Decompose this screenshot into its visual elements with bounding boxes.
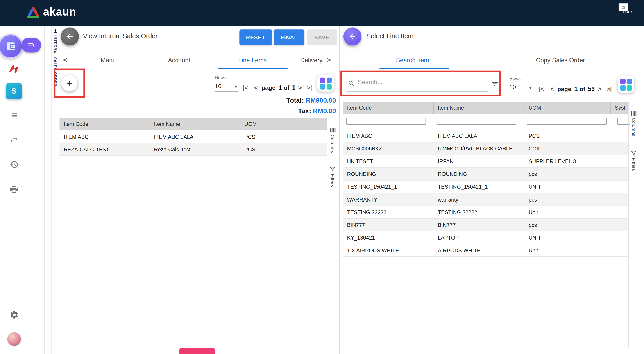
total-pages-number: 53 [588,85,595,93]
table-right-divider [628,102,629,347]
current-page-number: 1 [574,85,578,93]
first-page-icon[interactable]: |< [539,86,544,92]
table-row[interactable]: KY_130421 LAPTOP UNIT [343,231,628,244]
bottom-action-button-partial[interactable] [180,348,215,354]
table-row[interactable]: WARRANTY warranty pcs [343,193,628,206]
of-word: of [284,85,289,91]
tax-amount-line: Tax: RM0.00 [298,108,336,115]
chevron-down-icon: ▼ [528,85,532,90]
rows-per-page-select[interactable]: 10 ▼ [509,84,532,92]
tab-account[interactable]: Account [168,57,190,64]
filters-tool-button[interactable]: Filters [631,158,636,171]
print-menu-button[interactable] [9,184,19,194]
tab-copy-sales-order[interactable]: Copy Sales Order [536,57,585,64]
table-row[interactable]: REZA-CALC-TEST Reza-Calc-Test PCS [60,143,326,156]
profile-avatar[interactable] [8,332,21,346]
filters-tool-button[interactable]: Filters [330,174,335,187]
current-page-number: 1 [278,84,282,92]
filter-funnel-icon [330,167,336,173]
transfer-menu-button[interactable] [9,135,19,145]
first-page-icon[interactable]: |< [243,85,248,91]
cell-item-name: 6 MM² CU/PVC BLACK CABLE ... [434,146,524,152]
tab-line-items[interactable]: Line Items [238,57,266,64]
back-button[interactable] [344,27,362,45]
filter-input-item-code[interactable] [346,118,426,125]
column-header-item-code[interactable]: Item Code [60,118,150,131]
menu-open-icon [27,41,36,50]
cell-uom: UNIT [524,234,611,240]
next-page-icon[interactable]: > [598,86,602,92]
column-header-uom[interactable]: UOM [524,102,611,114]
table-row[interactable]: TESTING_150421_1 TESTING_150421_1 UNIT [343,180,628,193]
next-page-icon[interactable]: > [298,85,302,91]
red-app-shortcut[interactable] [6,63,20,76]
table-row[interactable]: BIN777 BIN777 pcs [343,219,628,231]
save-button[interactable]: SAVE [307,29,337,45]
rows-label: Rows [509,76,520,81]
menu-open-button[interactable] [22,38,41,53]
history-icon [10,160,18,169]
table-settings-button[interactable] [318,75,334,92]
history-menu-button[interactable] [9,160,19,170]
list-menu-button[interactable] [9,110,19,120]
settings-button[interactable] [9,310,19,320]
cell-item-name: ITEM ABC LALA [434,133,524,139]
grid-icon-tr [326,77,332,83]
table-row[interactable]: 1 X AIRPODS WHITE AIRPODS WHITE Unit [343,244,628,257]
column-header-item-name[interactable]: Item Name [434,102,524,114]
last-page-icon[interactable]: >| [307,85,312,91]
table-row[interactable]: TESTING 22222 TESTING 22222 Unit [343,206,628,219]
table-row[interactable]: ROUNDING ROUNDING pcs [343,168,628,180]
prev-page-icon[interactable]: < [254,85,258,91]
billing-app-shortcut[interactable]: $ [6,83,22,99]
filter-input-item-name[interactable] [436,118,516,125]
table-bottom-divider [60,347,326,347]
filter-list-icon[interactable] [491,80,499,88]
cell-item-name: LAPTOP [434,234,524,240]
total-label: Total: [286,97,304,104]
columns-tool-button[interactable]: Columns [631,118,636,136]
filter-input-uom[interactable] [527,118,606,125]
prev-page-icon[interactable]: < [550,86,554,92]
swap-icon [10,135,18,144]
table-row[interactable]: MCSC006BKZ 6 MM² CU/PVC BLACK CABLE ... … [343,142,628,155]
search-input[interactable] [357,78,482,86]
table-settings-button[interactable] [618,76,634,93]
tab-search-item[interactable]: Search Item [396,57,429,64]
cell-item-code: ROUNDING [343,171,434,177]
tab-main[interactable]: Main [101,57,114,64]
left-icon-sidebar: $ [0,26,45,354]
brand-logo[interactable]: akaun [27,6,76,19]
cell-item-code: MCSC006BKZ [343,146,434,152]
table-row[interactable]: HK TESET IRFAN SUPPLER LEVEL 3 [343,155,628,168]
cell-uom: pcs [524,196,611,202]
tabs-scroll-left-icon[interactable]: < [63,57,67,64]
add-line-item-button[interactable]: + [61,75,78,92]
last-page-icon[interactable]: >| [606,86,612,92]
page-word: page [557,86,571,92]
column-header-item-name[interactable]: Item Name [150,118,240,131]
cell-uom: Unit [524,209,611,215]
user-avatar-alt-text: user [623,9,632,14]
cell-item-code: REZA-CALC-TEST [60,146,150,152]
user-avatar-broken[interactable]: user [618,3,640,21]
table-row[interactable]: ITEM ABC ITEM ABC LALA PCS [60,131,326,143]
back-button[interactable] [61,27,79,45]
cell-uom: PCS [524,133,611,139]
rows-label: Rows [215,75,226,80]
column-header-item-code[interactable]: Item Code [343,102,434,114]
dollar-doc-icon: $ [12,87,16,96]
total-value: RM900.00 [306,97,336,104]
tabs-scroll-right-icon[interactable]: > [327,57,331,64]
cell-item-name: TESTING_150421_1 [434,183,524,189]
tab-delivery[interactable]: Delivery [300,57,323,64]
rows-per-page-select[interactable]: 10 ▼ [215,83,238,91]
columns-tool-button[interactable]: Columns [330,135,335,153]
column-header-uom[interactable]: UOM [240,118,326,131]
reset-button[interactable]: RESET [239,29,272,45]
final-button[interactable]: FINAL [274,29,304,45]
table-row[interactable]: ITEM ABC ITEM ABC LALA PCS [343,130,628,142]
column-header-system[interactable]: Syst [611,102,628,114]
chevron-down-icon: ▼ [234,85,238,89]
active-module-button[interactable] [0,34,23,58]
